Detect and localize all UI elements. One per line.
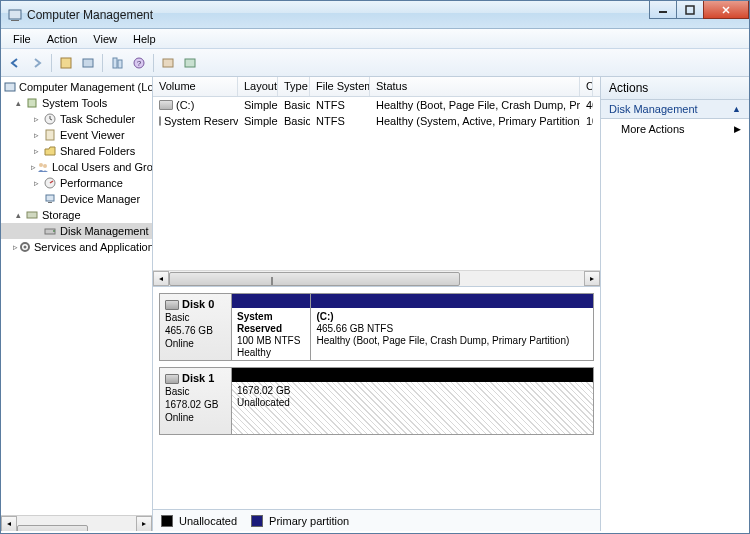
- legend-unalloc-label: Unallocated: [179, 515, 237, 527]
- toolbar-icon-4[interactable]: [180, 53, 200, 73]
- svg-rect-1: [11, 20, 19, 21]
- svg-rect-10: [163, 59, 173, 67]
- svg-rect-0: [9, 10, 21, 19]
- svg-rect-7: [118, 60, 122, 68]
- tree-devmgr[interactable]: Device Manager: [1, 191, 152, 207]
- svg-point-23: [53, 230, 55, 232]
- minimize-button[interactable]: [649, 1, 677, 19]
- legend-unalloc-swatch: [161, 515, 173, 527]
- back-button[interactable]: [5, 53, 25, 73]
- menu-action[interactable]: Action: [39, 31, 86, 47]
- actions-header: Actions: [601, 77, 749, 100]
- volume-row[interactable]: System ReservedSimpleBasicNTFSHealthy (S…: [153, 113, 600, 129]
- tree-event[interactable]: ▹Event Viewer: [1, 127, 152, 143]
- col-status[interactable]: Status: [370, 77, 580, 96]
- refresh-button[interactable]: [107, 53, 127, 73]
- toolbar: ?: [1, 49, 749, 77]
- drive-icon: [159, 100, 173, 110]
- window-title: Computer Management: [27, 8, 153, 22]
- svg-rect-12: [5, 83, 15, 91]
- actions-pane: Actions Disk Management ▲ More Actions ▶: [601, 77, 749, 531]
- volume-hscroll[interactable]: ◂▸: [153, 270, 600, 286]
- menu-view[interactable]: View: [85, 31, 125, 47]
- svg-rect-13: [28, 99, 36, 107]
- tree-hscroll[interactable]: ◂▸: [1, 515, 152, 531]
- tree-perf[interactable]: ▹Performance: [1, 175, 152, 191]
- tree-services[interactable]: ▹Services and Applications: [1, 239, 152, 255]
- tree-task[interactable]: ▹Task Scheduler: [1, 111, 152, 127]
- svg-text:?: ?: [137, 59, 142, 68]
- volume-list-header: Volume Layout Type File System Status C: [153, 77, 600, 97]
- col-filesystem[interactable]: File System: [310, 77, 370, 96]
- svg-point-25: [24, 246, 27, 249]
- forward-button[interactable]: [27, 53, 47, 73]
- disk-label[interactable]: Disk 0Basic465.76 GBOnline: [160, 294, 232, 360]
- svg-rect-6: [113, 58, 117, 68]
- tree-storage[interactable]: ▴Storage: [1, 207, 152, 223]
- help-button[interactable]: ?: [129, 53, 149, 73]
- legend: Unallocated Primary partition: [153, 509, 600, 531]
- col-volume[interactable]: Volume: [153, 77, 238, 96]
- partition[interactable]: System Reserved100 MB NTFSHealthy (Syste…: [232, 294, 311, 360]
- titlebar: Computer Management: [1, 1, 749, 29]
- volume-list: Volume Layout Type File System Status C …: [153, 77, 600, 287]
- tree-pane: Computer Management (Local ▴System Tools…: [1, 77, 153, 531]
- menu-file[interactable]: File: [5, 31, 39, 47]
- disk-row: Disk 1Basic1678.02 GBOnline1678.02 GBUna…: [159, 367, 594, 435]
- toolbar-icon-2[interactable]: [78, 53, 98, 73]
- disk-icon: [165, 374, 179, 384]
- partition[interactable]: (C:)465.66 GB NTFSHealthy (Boot, Page Fi…: [311, 294, 593, 360]
- toolbar-icon-3[interactable]: [158, 53, 178, 73]
- svg-rect-4: [61, 58, 71, 68]
- tree-users[interactable]: ▹Local Users and Groups: [1, 159, 152, 175]
- drive-icon: [159, 116, 161, 126]
- svg-rect-19: [46, 195, 54, 201]
- svg-rect-21: [27, 212, 37, 218]
- svg-rect-3: [686, 6, 694, 14]
- volume-row[interactable]: (C:)SimpleBasicNTFSHealthy (Boot, Page F…: [153, 97, 600, 113]
- toolbar-icon-1[interactable]: [56, 53, 76, 73]
- col-type[interactable]: Type: [278, 77, 310, 96]
- svg-point-16: [39, 163, 43, 167]
- menu-help[interactable]: Help: [125, 31, 164, 47]
- tree-shared[interactable]: ▹Shared Folders: [1, 143, 152, 159]
- submenu-arrow-icon: ▶: [734, 124, 741, 134]
- svg-rect-20: [48, 202, 52, 203]
- disk-icon: [165, 300, 179, 310]
- actions-context[interactable]: Disk Management ▲: [601, 100, 749, 119]
- collapse-icon: ▲: [732, 104, 741, 114]
- col-capacity[interactable]: C: [580, 77, 593, 96]
- center-pane: Volume Layout Type File System Status C …: [153, 77, 601, 531]
- tree-systools[interactable]: ▴System Tools: [1, 95, 152, 111]
- legend-primary-swatch: [251, 515, 263, 527]
- actions-more[interactable]: More Actions ▶: [601, 119, 749, 139]
- disk-label[interactable]: Disk 1Basic1678.02 GBOnline: [160, 368, 232, 434]
- svg-rect-11: [185, 59, 195, 67]
- app-icon: [7, 7, 23, 23]
- partition[interactable]: 1678.02 GBUnallocated: [232, 368, 593, 434]
- disk-row: Disk 0Basic465.76 GBOnlineSystem Reserve…: [159, 293, 594, 361]
- maximize-button[interactable]: [676, 1, 704, 19]
- legend-primary-label: Primary partition: [269, 515, 349, 527]
- col-layout[interactable]: Layout: [238, 77, 278, 96]
- close-button[interactable]: [703, 1, 749, 19]
- svg-rect-15: [46, 130, 54, 140]
- disk-graphical-view: Disk 0Basic465.76 GBOnlineSystem Reserve…: [153, 287, 600, 509]
- svg-point-17: [43, 164, 47, 168]
- svg-rect-2: [659, 11, 667, 13]
- tree-root[interactable]: Computer Management (Local: [1, 79, 152, 95]
- svg-rect-5: [83, 59, 93, 67]
- tree-diskmgmt[interactable]: Disk Management: [1, 223, 152, 239]
- menubar: File Action View Help: [1, 29, 749, 49]
